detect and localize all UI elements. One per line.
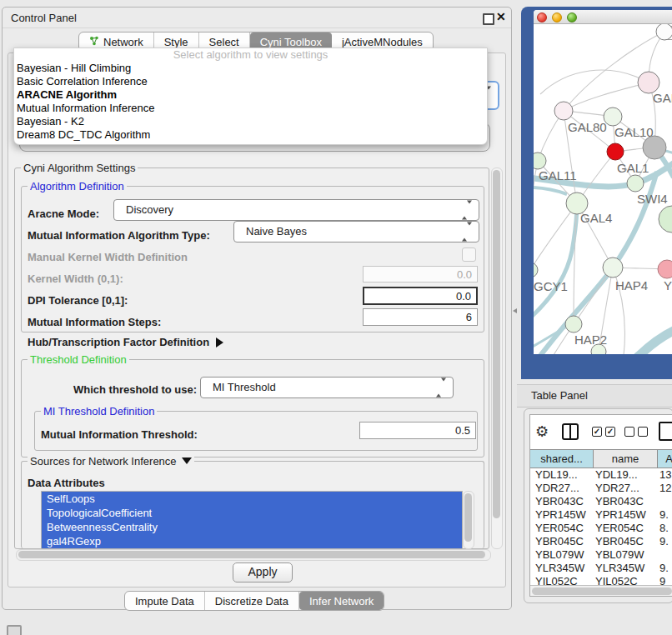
combo-arrows-icon [462,226,472,238]
algorithm-option[interactable]: Bayesian - Hill Climbing [14,62,487,75]
aracne-mode-label: Aracne Mode: [28,208,99,220]
table-cell: YBR043C [535,495,594,508]
column-header-shared[interactable]: shared... [530,450,594,468]
network-node-label: HAP2 [574,332,607,347]
table-row[interactable]: YBL079WYBL079W [530,548,672,562]
close-traffic-light-icon[interactable] [537,12,547,22]
algorithm-option[interactable]: Dream8 DC_TDC Algorithm [14,128,487,142]
table-row[interactable]: YER054CYER054C8. [530,522,672,535]
network-node-label: GAL10 [614,125,654,139]
column-header-name[interactable]: name [594,450,658,468]
mi-steps-field[interactable]: 6 [363,308,478,326]
settings-horizontal-scrollbar[interactable] [16,549,491,561]
table-row[interactable]: YLR345WYLR345W9. [530,562,672,575]
table-cell: YPR145W [595,508,657,522]
apply-button[interactable]: Apply [233,562,293,582]
hub-definition-toggle[interactable]: Hub/Transcription Factor Definition [28,336,223,348]
network-node[interactable] [659,206,672,232]
settings-vertical-scrollbar-thumb[interactable] [493,170,500,518]
attribute-list-item[interactable]: gal4RGexp [42,534,462,548]
tab-infer-network[interactable]: Infer Network [299,592,384,610]
select-all-icon[interactable]: ✓ [592,427,602,437]
mi-threshold-field[interactable]: 0.5 [359,422,476,439]
aracne-mode-combo[interactable]: Discovery [113,199,479,221]
network-node-gal1[interactable] [607,143,624,160]
manual-kernel-label: Manual Kernel Width Definition [28,251,188,263]
network-node-gal80[interactable] [554,102,573,120]
algorithm-dropdown-popup: Select algorithm to view settings Bayesi… [13,48,488,145]
gear-icon[interactable]: ⚙ [535,422,549,440]
settings-horizontal-scrollbar-thumb[interactable] [18,551,485,558]
mi-steps-label: Mutual Information Steps: [28,316,161,328]
deselect-all-icon[interactable] [638,427,648,437]
table-cell: YDR27... [535,482,594,495]
zoom-traffic-light-icon[interactable] [567,12,577,22]
panel-splitter-handle[interactable] [513,308,517,313]
split-view-icon[interactable] [562,423,579,440]
which-threshold-combo[interactable]: MI Threshold [200,377,454,398]
network-node-label: Y [664,278,672,292]
dpi-tolerance-field[interactable]: 0.0 [363,287,478,305]
tab-impute-data[interactable]: Impute Data [125,592,205,610]
table-cell: 9. [659,508,672,522]
table-row[interactable]: YDL19...YDL19...13 [530,468,672,482]
hub-definition-label: Hub/Transcription Factor Definition [28,336,209,348]
attributes-list-scrollbar[interactable] [463,491,474,549]
network-node-gcy1[interactable] [534,262,538,278]
table-row[interactable]: YBR043CYBR043C [530,495,672,508]
network-node-y[interactable] [658,260,672,278]
table-row[interactable]: YDR27...YDR27...12 [530,482,672,495]
manual-kernel-checkbox[interactable] [462,248,476,262]
network-node-hap2[interactable] [565,316,582,332]
mi-type-value: Naive Bayes [246,225,307,238]
table-cell: YER054C [595,522,657,535]
table-body: YDL19...YDL19...13YDR27...YDR27...12YBR0… [530,468,672,588]
settings-vertical-scrollbar[interactable] [491,168,503,549]
data-attributes-list[interactable]: SelfLoopsTopologicalCoefficientBetweenne… [41,491,463,549]
kernel-width-field[interactable]: 0.0 [363,266,478,282]
algorithm-option[interactable]: Basic Correlation Inference [14,75,487,88]
dpi-tolerance-label: DPI Tolerance [0,1]: [28,294,128,307]
select-all-icon[interactable]: ✓ [605,427,615,437]
network-node-label: GAL [653,91,672,105]
attribute-list-item[interactable]: SelfLoops [42,492,462,506]
table-horizontal-scrollbar[interactable] [530,585,672,597]
data-attributes-label: Data Attributes [28,477,105,489]
network-node-gal10[interactable] [604,108,622,126]
table-row[interactable]: YBR045CYBR045C9. [530,535,672,548]
algorithm-option[interactable]: ARACNE Algorithm [14,88,487,102]
minimize-traffic-light-icon[interactable] [552,12,562,22]
network-canvas[interactable]: GALGAL80GAL10GAL1GAL11SWI4GAL4GCY1HAP4YH… [534,24,672,354]
collapsed-panel-icon[interactable] [7,625,22,635]
tab-discretize-data[interactable]: Discretize Data [205,592,299,610]
network-node-swi4[interactable] [627,175,644,192]
algorithm-popup-prompt: Select algorithm to view settings [14,48,487,62]
attributes-list-scrollbar-thumb[interactable] [464,493,472,542]
deselect-all-icon[interactable] [624,427,634,437]
tab-label: Infer Network [309,595,374,608]
which-threshold-label: Which threshold to use: [73,383,197,396]
network-node[interactable] [643,136,666,159]
algorithm-option[interactable]: Bayesian - K2 [14,115,487,128]
control-panel-title: Control Panel [11,12,77,24]
aracne-mode-value: Discovery [126,203,173,216]
attribute-list-item[interactable]: TopologicalCoefficient [42,506,462,520]
network-node-hap4[interactable] [603,258,623,278]
column-header-third[interactable]: A [658,450,672,468]
table-horizontal-scrollbar-thumb[interactable] [532,588,672,595]
algorithm-option[interactable]: Mutual Information Inference [14,102,487,115]
attribute-list-item[interactable]: BetweennessCentrality [42,520,462,534]
close-icon[interactable]: ✕ [496,10,506,23]
table-row[interactable]: YPR145WYPR145W9. [530,508,672,522]
sources-legend[interactable]: Sources for Network Inference [28,455,194,468]
float-window-icon[interactable] [483,13,494,25]
page-icon[interactable] [659,422,672,441]
bottom-tabs: Impute Data Discretize Data Infer Networ… [124,591,384,611]
mi-threshold-legend: MI Threshold Definition [41,405,157,418]
network-node[interactable] [656,24,672,40]
table-cell: YDL19... [535,468,594,482]
network-node-gal11[interactable] [534,152,546,169]
network-node-label: GAL4 [580,211,612,225]
mi-type-combo[interactable]: Naive Bayes [233,221,479,242]
table-cell: 9. [659,535,672,548]
